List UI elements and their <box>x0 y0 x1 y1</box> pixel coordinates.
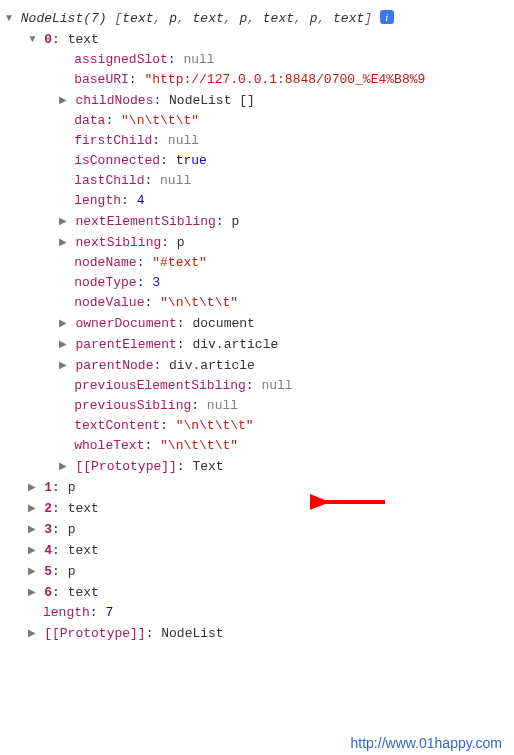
header-count-close: ) <box>99 11 107 26</box>
item-type: text <box>68 543 99 558</box>
property-row[interactable]: length: 4 <box>4 191 510 211</box>
property-row[interactable]: nodeType: 3 <box>4 273 510 293</box>
property-row[interactable]: firstChild: null <box>4 131 510 151</box>
item-type: text <box>68 585 99 600</box>
property-key: parentNode <box>75 358 153 373</box>
triangle-right-icon: ▶ <box>59 355 68 375</box>
property-key: childNodes <box>75 93 153 108</box>
property-value: "\n\t\t\t" <box>121 113 199 128</box>
property-value: null <box>168 133 199 148</box>
property-row[interactable]: ▶ parentNode: div.article <box>4 355 510 376</box>
property-row[interactable]: previousElementSibling: null <box>4 376 510 396</box>
triangle-right-icon: ▶ <box>59 334 68 354</box>
property-value: null <box>207 398 238 413</box>
property-value: true <box>176 153 207 168</box>
triangle-right-icon: ▶ <box>27 477 36 497</box>
length-row[interactable]: length: 7 <box>4 603 510 623</box>
item-4-header[interactable]: ▶ 4: text <box>4 540 510 561</box>
property-value: null <box>183 52 214 67</box>
item-3-header[interactable]: ▶ 3: p <box>4 519 510 540</box>
property-row[interactable]: ▶ childNodes: NodeList [] <box>4 90 510 111</box>
property-key: nextSibling <box>75 235 161 250</box>
property-value: NodeList [] <box>169 93 255 108</box>
item-2-header[interactable]: ▶ 2: text <box>4 498 510 519</box>
property-key: wholeText <box>74 438 144 453</box>
property-key: isConnected <box>74 153 160 168</box>
header-item-2: text <box>193 11 224 26</box>
triangle-right-icon: ▶ <box>59 90 68 110</box>
triangle-right-icon: ▶ <box>27 540 36 560</box>
property-row[interactable]: ▶ [[Prototype]]: Text <box>4 456 510 477</box>
property-key: lastChild <box>74 173 144 188</box>
item-index: 4 <box>44 543 52 558</box>
property-row[interactable]: nodeValue: "\n\t\t\t" <box>4 293 510 313</box>
item-0-index: 0 <box>44 32 52 47</box>
header-item-6: text <box>333 11 364 26</box>
item-0-header[interactable]: ▼ 0: text <box>4 29 510 50</box>
triangle-right-icon: ▶ <box>59 313 68 333</box>
info-icon[interactable]: i <box>380 10 394 24</box>
triangle-right-icon: ▶ <box>27 561 36 581</box>
property-value: 3 <box>152 275 160 290</box>
triangle-right-icon: ▶ <box>59 456 68 476</box>
property-row[interactable]: ▶ nextSibling: p <box>4 232 510 253</box>
property-row[interactable]: baseURI: "http://127.0.0.1:8848/0700_%E4… <box>4 70 510 90</box>
item-index: 1 <box>44 480 52 495</box>
property-row[interactable]: data: "\n\t\t\t" <box>4 111 510 131</box>
devtools-object-tree: ▼ NodeList(7) [text, p, text, p, text, p… <box>0 0 514 652</box>
property-key: baseURI <box>74 72 129 87</box>
header-count: 7 <box>91 11 99 26</box>
property-value: null <box>261 378 292 393</box>
header-item-4: text <box>263 11 294 26</box>
property-key: previousElementSibling <box>74 378 246 393</box>
property-value: p <box>177 235 185 250</box>
property-row[interactable]: textContent: "\n\t\t\t" <box>4 416 510 436</box>
property-value: Text <box>192 459 223 474</box>
property-value: "http://127.0.0.1:8848/0700_%E4%B8%9 <box>144 72 425 87</box>
property-row[interactable]: wholeText: "\n\t\t\t" <box>4 436 510 456</box>
property-key: nodeValue <box>74 295 144 310</box>
property-row[interactable]: ▶ parentElement: div.article <box>4 334 510 355</box>
prototype-key: [[Prototype]] <box>44 626 145 641</box>
prototype-row[interactable]: ▶ [[Prototype]]: NodeList <box>4 623 510 644</box>
triangle-right-icon: ▶ <box>59 232 68 252</box>
triangle-right-icon: ▶ <box>27 519 36 539</box>
property-row[interactable]: lastChild: null <box>4 171 510 191</box>
property-key: textContent <box>74 418 160 433</box>
property-row[interactable]: nodeName: "#text" <box>4 253 510 273</box>
triangle-right-icon: ▶ <box>27 582 36 602</box>
property-value: p <box>231 214 239 229</box>
header-type: NodeList <box>21 11 83 26</box>
property-key: assignedSlot <box>74 52 168 67</box>
property-row[interactable]: ▶ nextElementSibling: p <box>4 211 510 232</box>
property-row[interactable]: ▶ ownerDocument: document <box>4 313 510 334</box>
property-value: null <box>160 173 191 188</box>
item-index: 5 <box>44 564 52 579</box>
property-value: div.article <box>192 337 278 352</box>
item-index: 3 <box>44 522 52 537</box>
triangle-down-icon: ▼ <box>4 8 13 28</box>
property-key: data <box>74 113 105 128</box>
triangle-right-icon: ▶ <box>27 623 36 643</box>
header-item-0: text <box>122 11 153 26</box>
header-item-1: p <box>169 11 177 26</box>
property-key: [[Prototype]] <box>75 459 176 474</box>
property-value: "#text" <box>152 255 207 270</box>
property-key: nodeName <box>74 255 136 270</box>
property-value: document <box>192 316 254 331</box>
length-value: 7 <box>105 605 113 620</box>
property-row[interactable]: previousSibling: null <box>4 396 510 416</box>
item-5-header[interactable]: ▶ 5: p <box>4 561 510 582</box>
header-bracket-close: ] <box>364 11 372 26</box>
property-row[interactable]: isConnected: true <box>4 151 510 171</box>
item-1-header[interactable]: ▶ 1: p <box>4 477 510 498</box>
item-type: p <box>68 522 76 537</box>
nodelist-header[interactable]: ▼ NodeList(7) [text, p, text, p, text, p… <box>4 8 510 29</box>
property-value: 4 <box>137 193 145 208</box>
property-key: nextElementSibling <box>75 214 215 229</box>
property-key: parentElement <box>75 337 176 352</box>
item-6-header[interactable]: ▶ 6: text <box>4 582 510 603</box>
property-row[interactable]: assignedSlot: null <box>4 50 510 70</box>
triangle-right-icon: ▶ <box>27 498 36 518</box>
property-key: ownerDocument <box>75 316 176 331</box>
